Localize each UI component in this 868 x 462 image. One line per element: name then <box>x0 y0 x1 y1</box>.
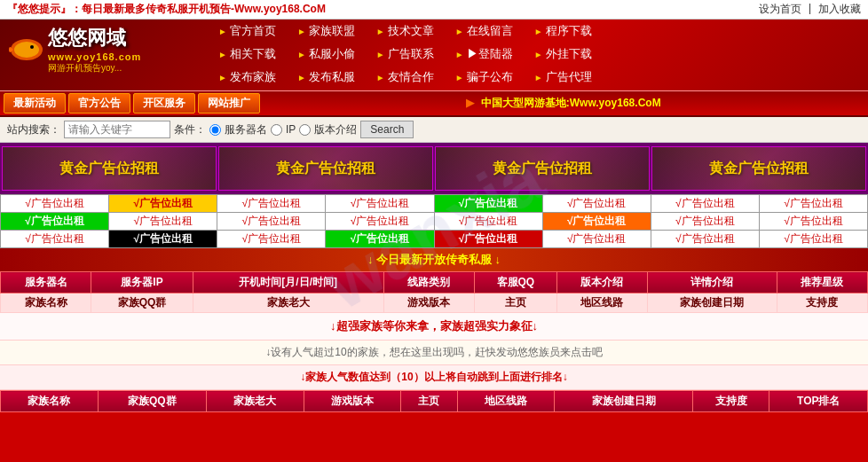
banner-1[interactable]: 黄金广告位招租 <box>2 146 217 191</box>
sub-family-boss: 家族老大 <box>193 294 383 313</box>
clan-th-boss: 家族老大 <box>207 391 304 412</box>
banner-text-3: 黄金广告位招租 <box>493 160 592 178</box>
nav-guanggao-lianxi[interactable]: 广告联系 <box>366 44 445 64</box>
nav-chengxu[interactable]: 程序下载 <box>524 21 603 41</box>
nav-waguaxiazai[interactable]: 外挂下载 <box>524 44 603 64</box>
ad-cell[interactable]: √广告位出租 <box>1 231 109 248</box>
ad-cell[interactable]: √广告位出租 <box>434 195 542 213</box>
server-table: 服务器名 服务器IP 开机时间[月/日/时间] 线路类别 客服QQ 版本介绍 详… <box>0 271 868 313</box>
tab-wangzhan-tuiguang[interactable]: 网站推广 <box>198 93 260 114</box>
nav-xiazai[interactable]: 相关下载 <box>208 44 287 64</box>
set-homepage-link[interactable]: 设为首页 <box>759 2 801 17</box>
nav-row-2: 相关下载 私服小偷 广告联系 ▶登陆器 外挂下载 <box>204 43 868 66</box>
nav-pianzigongbu[interactable]: 骗子公布 <box>445 67 524 87</box>
ad-cell[interactable]: √广告位出租 <box>542 231 651 248</box>
radio-label-server[interactable]: 服务器名 <box>225 122 267 137</box>
ad-row-2: √广告位出租 √广告位出租 √广告位出租 √广告位出租 √广告位出租 √广告位出… <box>1 213 868 231</box>
clan-th-support: 支持度 <box>692 391 769 412</box>
ad-cell[interactable]: √广告位出租 <box>1 195 109 213</box>
ad-row-3: √广告位出租 √广告位出租 √广告位出租 √广告位出租 √广告位出租 √广告位出… <box>1 231 868 248</box>
banner-2[interactable]: 黄金广告位招租 <box>218 146 433 191</box>
add-favorites-link[interactable]: 加入收藏 <box>818 2 861 17</box>
th-open-time: 开机时间[月/日/时间] <box>193 272 383 294</box>
nav-youqing-hezuo[interactable]: 友情合作 <box>366 67 445 87</box>
ad-cell[interactable]: √广告位出租 <box>651 195 759 213</box>
ad-cell[interactable]: √广告位出租 <box>434 231 542 248</box>
clan-th-top: TOP排名 <box>769 391 868 412</box>
ad-links-table: √广告位出租 √广告位出租 √广告位出租 √广告位出租 √广告位出租 √广告位出… <box>0 194 868 248</box>
th-qq: 客服QQ <box>474 272 556 294</box>
nav-fabu-sifu[interactable]: 发布私服 <box>287 67 366 87</box>
nav-guanfang[interactable]: 官方首页 <box>208 21 287 41</box>
ad-cell[interactable]: √广告位出租 <box>326 213 434 231</box>
sub-family-qq: 家族QQ群 <box>91 294 193 313</box>
clan-th-version: 游戏版本 <box>304 391 401 412</box>
th-line-type: 线路类别 <box>383 272 474 294</box>
ad-cell[interactable]: √广告位出租 <box>759 195 867 213</box>
radio-ip[interactable] <box>271 124 282 136</box>
nav-dengluqi[interactable]: ▶登陆器 <box>445 44 524 64</box>
nav-jishu[interactable]: 技术文章 <box>366 21 445 41</box>
banner-3[interactable]: 黄金广告位招租 <box>435 146 650 191</box>
conditions-label: 条件： <box>174 122 206 137</box>
nav-row-1: 官方首页 家族联盟 技术文章 在线留言 程序下载 <box>204 20 868 43</box>
banner-section: 黄金广告位招租 黄金广告位招租 黄金广告位招租 黄金广告位招租 <box>0 143 868 194</box>
ad-cell[interactable]: √广告位出租 <box>1 213 109 231</box>
tab-zuixin-huodong[interactable]: 最新活动 <box>4 93 66 114</box>
clan-th-date: 家族创建日期 <box>555 391 693 412</box>
nav-guanggao-daili[interactable]: 广告代理 <box>524 67 603 87</box>
header: 悠悠网域 www.yoy168.com 网游开机预告yoy... 官方首页 家族… <box>0 20 868 90</box>
th-server-ip: 服务器IP <box>91 272 193 294</box>
nav-jiazu-lianmeng[interactable]: 家族联盟 <box>287 21 366 41</box>
radio-label-version[interactable]: 版本介绍 <box>314 122 357 137</box>
ad-cell[interactable]: √广告位出租 <box>542 213 651 231</box>
banner-4[interactable]: 黄金广告位招租 <box>651 146 866 191</box>
ad-cell[interactable]: √广告位出租 <box>217 195 326 213</box>
ad-cell[interactable]: √广告位出租 <box>651 231 759 248</box>
tabs-row: 最新活动 官方公告 开区服务 网站推广 ▶ 中国大型网游基地:Www.yoy16… <box>0 90 868 117</box>
today-section-title: ↓ 今日最新开放传奇私服 ↓ <box>0 248 868 271</box>
clan-th-name: 家族名称 <box>1 391 99 412</box>
search-input[interactable] <box>64 121 170 138</box>
ad-cell[interactable]: √广告位出租 <box>434 213 542 231</box>
clan-promo[interactable]: ↓超强家族等你来拿，家族超强实力象征↓ <box>0 313 868 341</box>
ad-cell[interactable]: √广告位出租 <box>109 231 217 248</box>
ad-cell[interactable]: √广告位出租 <box>217 231 326 248</box>
radio-server-name[interactable] <box>209 124 221 136</box>
radio-version[interactable] <box>299 124 311 136</box>
tab-guanfang-gonggao[interactable]: 官方公告 <box>68 93 130 114</box>
marquee-text: 『悠悠提示』：每日最新最多传奇私服开机预告-Www.yoy168.CoM <box>7 2 759 17</box>
radio-label-ip[interactable]: IP <box>286 123 296 136</box>
banner-text-1: 黄金广告位招租 <box>59 160 159 178</box>
sub-family-name: 家族名称 <box>1 294 91 313</box>
ad-cell[interactable]: √广告位出租 <box>217 213 326 231</box>
clan-th-region: 地区线路 <box>457 391 555 412</box>
table-sub-header-row: 家族名称 家族QQ群 家族老大 游戏版本 主页 地区线路 家族创建日期 支持度 <box>1 294 868 313</box>
search-label: 站内搜索： <box>7 122 60 137</box>
ad-cell[interactable]: √广告位出租 <box>651 213 759 231</box>
nav-sifuxiaotou[interactable]: 私服小偷 <box>287 44 366 64</box>
tab-kaiku-fuwu[interactable]: 开区服务 <box>133 93 195 114</box>
svg-point-2 <box>30 45 34 49</box>
logo-image: 悠悠网域 www.yoy168.com 网游开机预告yoy... <box>9 25 141 74</box>
ad-cell[interactable]: √广告位出租 <box>109 195 217 213</box>
ad-cell[interactable]: √广告位出租 <box>326 195 434 213</box>
top-bar: 『悠悠提示』：每日最新最多传奇私服开机预告-Www.yoy168.CoM 设为首… <box>0 0 868 20</box>
nav-fabu-jiazu[interactable]: 发布家族 <box>208 67 287 87</box>
table-header-row: 服务器名 服务器IP 开机时间[月/日/时间] 线路类别 客服QQ 版本介绍 详… <box>1 272 868 294</box>
clan-notice: ↓设有人气超过10的家族，想在这里出现吗，赶快发动悠悠族员来点击吧 <box>0 341 868 365</box>
nav-row-3: 发布家族 发布私服 友情合作 骗子公布 广告代理 <box>204 66 868 89</box>
nav-liuyan[interactable]: 在线留言 <box>445 21 524 41</box>
ad-cell[interactable]: √广告位出租 <box>109 213 217 231</box>
ad-cell[interactable]: √广告位出租 <box>759 231 867 248</box>
ad-cell[interactable]: √广告位出租 <box>542 195 651 213</box>
sub-region-line: 地区线路 <box>556 294 647 313</box>
ad-cell[interactable]: √广告位出租 <box>759 213 867 231</box>
logo-chinese: 悠悠网域 <box>48 25 141 51</box>
banner-row: 黄金广告位招租 黄金广告位招租 黄金广告位招租 黄金广告位招租 <box>0 145 868 192</box>
ad-row-1: √广告位出租 √广告位出租 √广告位出租 √广告位出租 √广告位出租 √广告位出… <box>1 195 868 213</box>
ad-cell[interactable]: √广告位出租 <box>326 231 434 248</box>
play-icon: ▶ <box>466 97 474 109</box>
search-button[interactable]: Search <box>360 121 414 138</box>
th-stars: 推荐星级 <box>777 272 867 294</box>
